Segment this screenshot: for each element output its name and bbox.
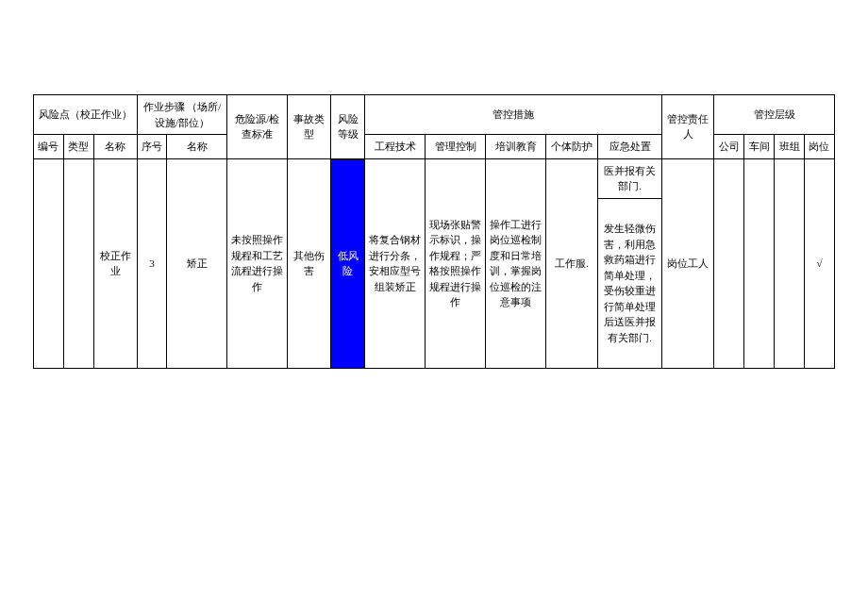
header-row-1: 风险点（校正作业） 作业步骤 （场所/设施/部位） 危险源/检查标准 事故类型 … [34,95,835,135]
cell-accident-type: 其他伤害 [288,158,331,368]
cell-type [63,158,93,368]
header-mgmt-ctrl: 管理控制 [426,135,486,159]
cell-company [714,158,744,368]
cell-ppe: 工作服. [546,158,598,368]
header-control-measures: 管控措施 [365,95,662,135]
header-emergency: 应急处置 [597,135,661,159]
header-type: 类型 [63,135,93,159]
header-id: 编号 [34,135,64,159]
cell-workshop [744,158,775,368]
cell-post: √ [804,158,834,368]
cell-risk-level: 低风险 [330,158,365,368]
header-workshop: 车间 [744,135,775,159]
cell-training: 操作工进行岗位巡检制度和日常培训，掌握岗位巡检的注意事项 [486,158,546,368]
header-ppe: 个体防护 [546,135,598,159]
header-eng-tech: 工程技术 [365,135,426,159]
header-step-name: 名称 [167,135,227,159]
table-row-top: 校正作业 3 矫正 未按照操作规程和工艺流程进行操作 其他伤害 低风险 将复合钢… [34,158,835,198]
cell-id [34,158,64,368]
cell-name: 校正作业 [93,158,137,368]
header-risk-point: 风险点（校正作业） [34,95,138,135]
cell-eng-tech: 将复合钢材进行分条，安相应型号组装矫正 [365,158,426,368]
header-seq: 序号 [137,135,167,159]
header-accident-type: 事故类型 [288,95,331,159]
header-post: 岗位 [804,135,834,159]
cell-emergency-main: 发生轻微伤害，利用急救药箱进行简单处理，受伤较重进行简单处理后送医并报有关部门. [597,198,661,368]
header-work-step: 作业步骤 （场所/设施/部位） [137,95,227,135]
header-training: 培训教育 [486,135,546,159]
header-hazard: 危险源/检查标准 [227,95,288,159]
header-risk-level: 风险等级 [330,95,365,159]
risk-assessment-table: 风险点（校正作业） 作业步骤 （场所/设施/部位） 危险源/检查标准 事故类型 … [33,94,835,369]
cell-step-name: 矫正 [167,158,227,368]
cell-hazard: 未按照操作规程和工艺流程进行操作 [227,158,288,368]
header-control-owner: 管控责任人 [662,95,714,159]
header-team: 班组 [775,135,805,159]
cell-mgmt-ctrl: 现场张贴警示标识，操作规程；严格按照操作规程进行操作 [426,158,486,368]
header-name: 名称 [93,135,137,159]
header-company: 公司 [714,135,744,159]
header-control-level: 管控层级 [714,95,835,135]
cell-seq: 3 [137,158,167,368]
header-row-2: 编号 类型 名称 序号 名称 工程技术 管理控制 培训教育 个体防护 应急处置 … [34,135,835,159]
cell-owner: 岗位工人 [662,158,714,368]
cell-team [775,158,805,368]
cell-emergency-top: 医并报有关部门. [597,158,661,198]
